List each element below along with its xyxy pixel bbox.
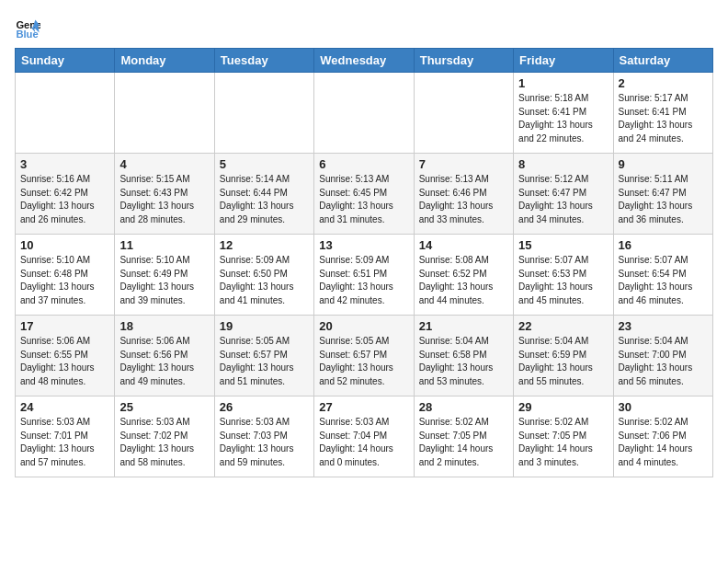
day-number: 17 [20, 319, 109, 333]
calendar-cell: 3Sunrise: 5:16 AM Sunset: 6:42 PM Daylig… [16, 154, 115, 235]
day-number: 28 [419, 400, 508, 414]
calendar-cell [314, 73, 414, 154]
day-number: 24 [20, 400, 109, 414]
day-number: 3 [20, 157, 109, 171]
day-number: 12 [220, 238, 309, 252]
day-info: Sunrise: 5:14 AM Sunset: 6:44 PM Dayligh… [220, 173, 309, 226]
day-info: Sunrise: 5:10 AM Sunset: 6:49 PM Dayligh… [119, 254, 209, 307]
calendar-cell: 19Sunrise: 5:05 AM Sunset: 6:57 PM Dayli… [214, 316, 313, 396]
day-number: 18 [119, 319, 209, 333]
week-row-1: 1Sunrise: 5:18 AM Sunset: 6:41 PM Daylig… [16, 73, 713, 154]
day-number: 23 [619, 319, 708, 333]
day-number: 9 [619, 157, 708, 171]
calendar-cell: 5Sunrise: 5:14 AM Sunset: 6:44 PM Daylig… [214, 154, 313, 235]
calendar-cell: 1Sunrise: 5:18 AM Sunset: 6:41 PM Daylig… [514, 73, 613, 154]
day-info: Sunrise: 5:02 AM Sunset: 7:05 PM Dayligh… [419, 416, 508, 469]
calendar-cell: 15Sunrise: 5:07 AM Sunset: 6:53 PM Dayli… [514, 235, 613, 316]
day-number: 15 [518, 238, 608, 252]
day-info: Sunrise: 5:16 AM Sunset: 6:42 PM Dayligh… [20, 173, 109, 226]
calendar-cell: 11Sunrise: 5:10 AM Sunset: 6:49 PM Dayli… [115, 235, 214, 316]
svg-text:Blue: Blue [16, 29, 38, 40]
day-number: 27 [319, 400, 408, 414]
logo-icon: General Blue [15, 15, 40, 40]
calendar-cell [214, 73, 313, 154]
dow-saturday: Saturday [613, 49, 712, 73]
calendar-cell: 25Sunrise: 5:03 AM Sunset: 7:02 PM Dayli… [115, 396, 214, 477]
day-info: Sunrise: 5:07 AM Sunset: 6:54 PM Dayligh… [619, 254, 708, 307]
calendar-table: SundayMondayTuesdayWednesdayThursdayFrid… [15, 48, 713, 477]
day-number: 2 [619, 76, 708, 90]
week-row-4: 17Sunrise: 5:06 AM Sunset: 6:55 PM Dayli… [16, 316, 713, 396]
day-info: Sunrise: 5:04 AM Sunset: 6:58 PM Dayligh… [419, 335, 508, 388]
calendar-cell: 26Sunrise: 5:03 AM Sunset: 7:03 PM Dayli… [214, 396, 313, 477]
calendar-cell: 4Sunrise: 5:15 AM Sunset: 6:43 PM Daylig… [115, 154, 214, 235]
day-number: 25 [119, 400, 209, 414]
day-number: 29 [518, 400, 608, 414]
day-info: Sunrise: 5:10 AM Sunset: 6:48 PM Dayligh… [20, 254, 109, 307]
day-number: 30 [619, 400, 708, 414]
calendar-cell: 16Sunrise: 5:07 AM Sunset: 6:54 PM Dayli… [613, 235, 712, 316]
day-number: 13 [319, 238, 408, 252]
calendar-cell: 12Sunrise: 5:09 AM Sunset: 6:50 PM Dayli… [214, 235, 313, 316]
day-info: Sunrise: 5:09 AM Sunset: 6:50 PM Dayligh… [220, 254, 309, 307]
dow-tuesday: Tuesday [214, 49, 313, 73]
day-number: 7 [419, 157, 508, 171]
dow-wednesday: Wednesday [314, 49, 414, 73]
day-info: Sunrise: 5:02 AM Sunset: 7:05 PM Dayligh… [518, 416, 608, 469]
calendar-cell: 6Sunrise: 5:13 AM Sunset: 6:45 PM Daylig… [314, 154, 414, 235]
day-info: Sunrise: 5:13 AM Sunset: 6:46 PM Dayligh… [419, 173, 508, 226]
day-number: 20 [319, 319, 408, 333]
day-info: Sunrise: 5:03 AM Sunset: 7:01 PM Dayligh… [20, 416, 109, 469]
day-info: Sunrise: 5:03 AM Sunset: 7:03 PM Dayligh… [220, 416, 309, 469]
day-info: Sunrise: 5:18 AM Sunset: 6:41 PM Dayligh… [518, 92, 608, 145]
calendar-cell: 29Sunrise: 5:02 AM Sunset: 7:05 PM Dayli… [514, 396, 613, 477]
day-info: Sunrise: 5:09 AM Sunset: 6:51 PM Dayligh… [319, 254, 408, 307]
day-info: Sunrise: 5:17 AM Sunset: 6:41 PM Dayligh… [619, 92, 708, 145]
day-number: 14 [419, 238, 508, 252]
day-info: Sunrise: 5:05 AM Sunset: 6:57 PM Dayligh… [319, 335, 408, 388]
day-info: Sunrise: 5:12 AM Sunset: 6:47 PM Dayligh… [518, 173, 608, 226]
calendar-cell: 9Sunrise: 5:11 AM Sunset: 6:47 PM Daylig… [613, 154, 712, 235]
calendar-cell: 18Sunrise: 5:06 AM Sunset: 6:56 PM Dayli… [115, 316, 214, 396]
day-info: Sunrise: 5:06 AM Sunset: 6:55 PM Dayligh… [20, 335, 109, 388]
week-row-3: 10Sunrise: 5:10 AM Sunset: 6:48 PM Dayli… [16, 235, 713, 316]
day-info: Sunrise: 5:03 AM Sunset: 7:04 PM Dayligh… [319, 416, 408, 469]
calendar-cell: 10Sunrise: 5:10 AM Sunset: 6:48 PM Dayli… [16, 235, 115, 316]
day-info: Sunrise: 5:13 AM Sunset: 6:45 PM Dayligh… [319, 173, 408, 226]
dow-sunday: Sunday [16, 49, 115, 73]
calendar-cell [16, 73, 115, 154]
week-row-5: 24Sunrise: 5:03 AM Sunset: 7:01 PM Dayli… [16, 396, 713, 477]
calendar-cell: 17Sunrise: 5:06 AM Sunset: 6:55 PM Dayli… [16, 316, 115, 396]
day-info: Sunrise: 5:04 AM Sunset: 6:59 PM Dayligh… [518, 335, 608, 388]
day-info: Sunrise: 5:07 AM Sunset: 6:53 PM Dayligh… [518, 254, 608, 307]
day-number: 6 [319, 157, 408, 171]
day-info: Sunrise: 5:08 AM Sunset: 6:52 PM Dayligh… [419, 254, 508, 307]
header: General Blue [15, 15, 713, 40]
day-number: 26 [220, 400, 309, 414]
day-number: 19 [220, 319, 309, 333]
days-of-week-row: SundayMondayTuesdayWednesdayThursdayFrid… [16, 49, 713, 73]
day-number: 4 [119, 157, 209, 171]
day-info: Sunrise: 5:02 AM Sunset: 7:06 PM Dayligh… [619, 416, 708, 469]
calendar-cell: 24Sunrise: 5:03 AM Sunset: 7:01 PM Dayli… [16, 396, 115, 477]
day-info: Sunrise: 5:15 AM Sunset: 6:43 PM Dayligh… [119, 173, 209, 226]
dow-monday: Monday [115, 49, 214, 73]
logo: General Blue [15, 15, 44, 40]
day-info: Sunrise: 5:06 AM Sunset: 6:56 PM Dayligh… [119, 335, 209, 388]
day-number: 11 [119, 238, 209, 252]
day-number: 10 [20, 238, 109, 252]
dow-thursday: Thursday [414, 49, 513, 73]
day-info: Sunrise: 5:11 AM Sunset: 6:47 PM Dayligh… [619, 173, 708, 226]
calendar-cell: 2Sunrise: 5:17 AM Sunset: 6:41 PM Daylig… [613, 73, 712, 154]
day-number: 16 [619, 238, 708, 252]
calendar-cell: 27Sunrise: 5:03 AM Sunset: 7:04 PM Dayli… [314, 396, 414, 477]
day-number: 8 [518, 157, 608, 171]
calendar-cell: 7Sunrise: 5:13 AM Sunset: 6:46 PM Daylig… [414, 154, 513, 235]
calendar-cell: 28Sunrise: 5:02 AM Sunset: 7:05 PM Dayli… [414, 396, 513, 477]
day-info: Sunrise: 5:03 AM Sunset: 7:02 PM Dayligh… [119, 416, 209, 469]
calendar-cell: 30Sunrise: 5:02 AM Sunset: 7:06 PM Dayli… [613, 396, 712, 477]
calendar-cell [414, 73, 513, 154]
day-info: Sunrise: 5:05 AM Sunset: 6:57 PM Dayligh… [220, 335, 309, 388]
day-info: Sunrise: 5:04 AM Sunset: 7:00 PM Dayligh… [619, 335, 708, 388]
day-number: 5 [220, 157, 309, 171]
